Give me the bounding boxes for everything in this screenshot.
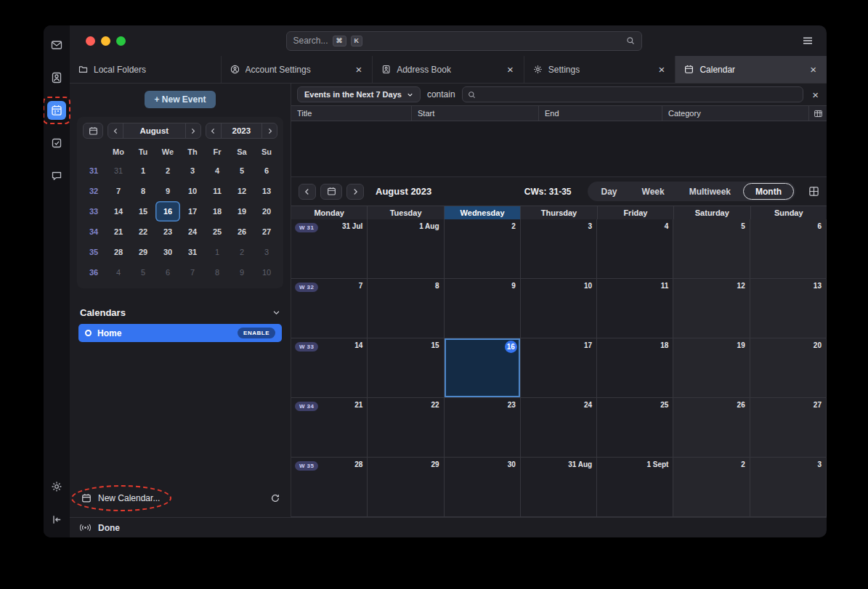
mini-day[interactable]: 31 xyxy=(106,161,131,181)
month-day-cell[interactable]: W 3131 Jul xyxy=(291,219,368,279)
month-day-cell[interactable]: 3 xyxy=(750,458,827,517)
close-tab-icon[interactable]: × xyxy=(808,64,818,75)
close-window-button[interactable] xyxy=(86,36,95,46)
close-tab-icon[interactable]: × xyxy=(354,64,363,75)
mini-day[interactable]: 6 xyxy=(254,161,279,181)
next-period-button[interactable] xyxy=(346,184,364,200)
mini-day[interactable]: 9 xyxy=(155,181,180,201)
mini-day[interactable]: 4 xyxy=(106,262,131,283)
mini-day[interactable]: 2 xyxy=(230,242,254,262)
next-year-button[interactable] xyxy=(261,123,277,138)
refresh-button[interactable] xyxy=(270,493,280,503)
mini-day[interactable]: 15 xyxy=(131,201,155,222)
month-day-cell[interactable]: 5 xyxy=(673,219,750,279)
prev-year-button[interactable] xyxy=(206,123,222,138)
month-day-cell[interactable]: 26 xyxy=(673,398,750,458)
mini-day[interactable]: 5 xyxy=(230,161,254,181)
month-day-cell[interactable]: 2 xyxy=(445,219,521,279)
new-event-button[interactable]: + New Event xyxy=(145,91,215,108)
tab-local-folders[interactable]: Local Folders xyxy=(70,56,222,83)
tab-settings[interactable]: Settings× xyxy=(524,56,676,83)
mini-day[interactable]: 20 xyxy=(254,201,279,222)
mini-day[interactable]: 4 xyxy=(205,161,230,181)
month-day-cell[interactable]: 23 xyxy=(445,398,521,458)
month-day-cell[interactable]: W 3528 xyxy=(291,458,368,517)
view-button-day[interactable]: Day xyxy=(589,183,630,200)
month-day-cell[interactable]: 16 xyxy=(445,338,521,398)
chat-space-button[interactable] xyxy=(47,166,66,185)
mini-day[interactable]: 19 xyxy=(230,201,254,222)
calendar-space-button[interactable] xyxy=(47,101,66,120)
mini-day[interactable]: 14 xyxy=(106,201,131,222)
collapse-sidebar-button[interactable] xyxy=(47,510,66,529)
mini-day[interactable]: 13 xyxy=(254,181,279,201)
month-day-cell[interactable]: 13 xyxy=(750,279,827,338)
mini-day[interactable]: 2 xyxy=(155,161,180,181)
month-day-cell[interactable]: 24 xyxy=(521,398,597,458)
prev-period-button[interactable] xyxy=(299,184,316,200)
month-day-cell[interactable]: 17 xyxy=(521,338,597,398)
column-header-title[interactable]: Title xyxy=(291,106,412,121)
mini-day[interactable]: 8 xyxy=(205,262,230,283)
global-search-input[interactable]: Search... ⌘ K xyxy=(286,31,642,51)
mini-day[interactable]: 6 xyxy=(155,262,180,283)
mini-day[interactable]: 16 xyxy=(155,201,180,222)
month-day-cell[interactable]: 22 xyxy=(368,398,444,458)
mini-day[interactable]: 10 xyxy=(254,262,279,283)
month-day-cell[interactable]: 9 xyxy=(445,279,521,338)
mini-day[interactable]: 17 xyxy=(180,201,205,222)
mini-day[interactable]: 23 xyxy=(155,222,180,242)
mini-day[interactable]: 26 xyxy=(230,222,254,242)
month-day-cell[interactable]: 6 xyxy=(750,219,827,279)
mini-day[interactable]: 7 xyxy=(106,181,131,201)
new-calendar-button[interactable]: New Calendar... xyxy=(98,493,160,503)
month-day-cell[interactable]: 19 xyxy=(673,338,750,398)
mini-day[interactable]: 8 xyxy=(131,181,155,201)
column-header-category[interactable]: Category xyxy=(662,106,809,121)
prev-month-button[interactable] xyxy=(108,123,123,138)
mini-day[interactable]: 11 xyxy=(205,181,230,201)
address-book-space-button[interactable] xyxy=(47,68,66,87)
mini-day[interactable]: 29 xyxy=(131,242,155,262)
view-button-multiweek[interactable]: Multiweek xyxy=(677,183,743,200)
calendar-enable-badge[interactable]: ENABLE xyxy=(238,328,275,338)
column-header-start[interactable]: Start xyxy=(412,106,539,121)
minimize-window-button[interactable] xyxy=(101,36,110,46)
month-day-cell[interactable]: 20 xyxy=(750,338,827,398)
tab-account-settings[interactable]: Account Settings× xyxy=(222,56,373,83)
mini-day[interactable]: 27 xyxy=(254,222,279,242)
mini-day[interactable]: 28 xyxy=(106,242,131,262)
mini-day[interactable]: 3 xyxy=(254,242,279,262)
month-day-cell[interactable]: 30 xyxy=(445,458,521,517)
month-day-cell[interactable]: 25 xyxy=(597,398,673,458)
month-day-cell[interactable]: W 3421 xyxy=(291,398,368,458)
month-day-cell[interactable]: 8 xyxy=(368,279,444,338)
month-day-cell[interactable]: 15 xyxy=(368,338,444,398)
tasks-space-button[interactable] xyxy=(47,134,66,153)
month-day-cell[interactable]: 10 xyxy=(521,279,597,338)
event-search-input[interactable] xyxy=(462,86,804,102)
mini-day[interactable]: 18 xyxy=(205,201,230,222)
month-day-cell[interactable]: 3 xyxy=(521,219,597,279)
mini-day[interactable]: 12 xyxy=(230,181,254,201)
month-day-cell[interactable]: W 327 xyxy=(291,279,368,338)
today-button[interactable] xyxy=(320,184,342,200)
mini-day[interactable]: 21 xyxy=(106,222,131,242)
tab-address-book[interactable]: Address Book× xyxy=(373,56,524,83)
column-header-end[interactable]: End xyxy=(539,106,662,121)
app-menu-button[interactable] xyxy=(802,36,814,46)
grid-view-button[interactable] xyxy=(808,186,819,197)
view-button-month[interactable]: Month xyxy=(743,183,794,200)
mini-day[interactable]: 9 xyxy=(230,262,254,283)
view-button-week[interactable]: Week xyxy=(630,183,677,200)
month-day-cell[interactable]: W 3314 xyxy=(291,338,368,398)
close-tab-icon[interactable]: × xyxy=(657,64,667,75)
month-day-cell[interactable]: 2 xyxy=(673,458,750,517)
close-tab-icon[interactable]: × xyxy=(506,64,515,75)
column-picker-button[interactable] xyxy=(809,106,827,121)
month-day-cell[interactable]: 18 xyxy=(597,338,673,398)
month-day-cell[interactable]: 29 xyxy=(368,458,444,517)
mini-day[interactable]: 10 xyxy=(180,181,205,201)
mini-day[interactable]: 30 xyxy=(155,242,180,262)
mini-calendar-today-button[interactable] xyxy=(83,123,103,139)
